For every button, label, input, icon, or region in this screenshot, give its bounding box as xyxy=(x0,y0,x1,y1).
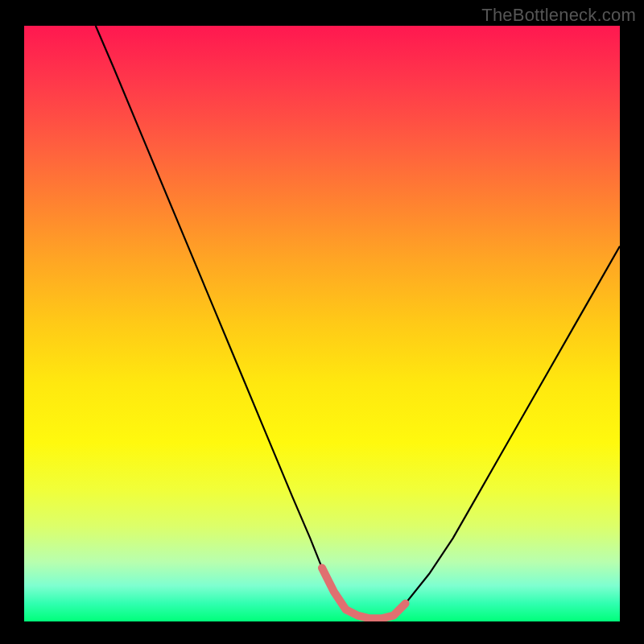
chart-frame: TheBottleneck.com xyxy=(0,0,644,644)
curve-svg xyxy=(24,26,620,621)
bottleneck-curve xyxy=(96,26,620,618)
watermark-text: TheBottleneck.com xyxy=(481,5,636,26)
trough-highlight xyxy=(322,568,406,618)
plot-area xyxy=(24,26,620,621)
